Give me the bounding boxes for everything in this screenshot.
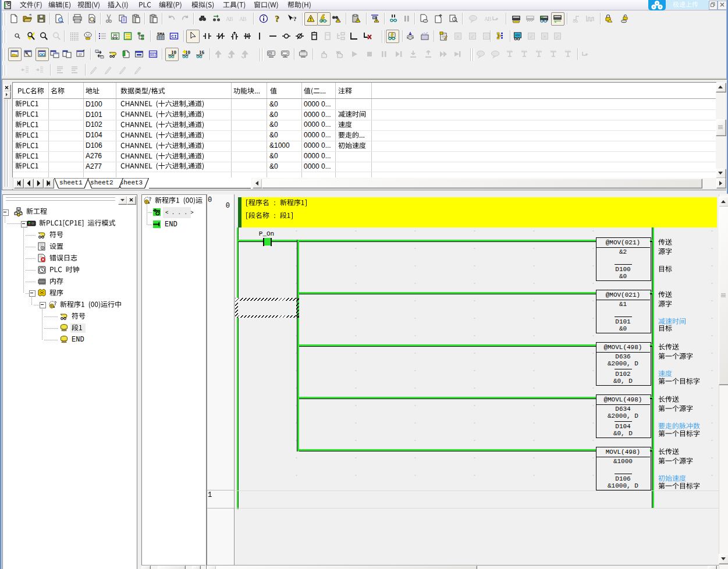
svg-text:HH: HH [515, 33, 520, 38]
svg-text:?: ? [293, 15, 296, 22]
svg-text:?: ? [275, 14, 279, 23]
svg-text:B: B [243, 16, 247, 22]
svg-text:✓: ✓ [470, 34, 475, 40]
svg-text:10: 10 [171, 49, 176, 55]
svg-text:16: 16 [199, 49, 204, 55]
svg-text:B: B [229, 16, 233, 22]
svg-text:✓: ✓ [529, 34, 534, 40]
svg-text:HH: HH [113, 33, 118, 37]
svg-text:002: 002 [150, 54, 157, 58]
svg-text:CI: CI [171, 34, 177, 39]
svg-text:✓: ✓ [555, 34, 560, 40]
svg-text:-: - [486, 34, 488, 40]
svg-text:×: × [543, 34, 546, 40]
svg-text:×: × [456, 34, 459, 40]
